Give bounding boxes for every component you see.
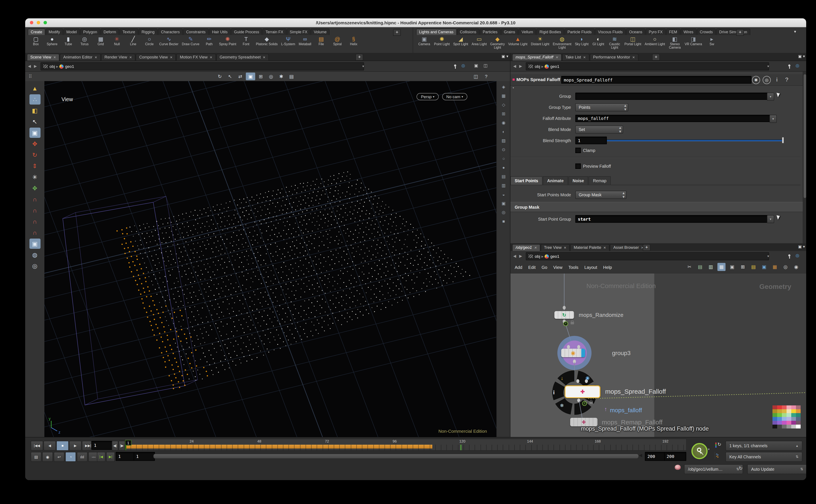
falloff-attr-dropdown-button[interactable]: ▾ bbox=[769, 115, 777, 123]
display-option-icon[interactable]: ◎ bbox=[499, 208, 508, 216]
pin-icon[interactable] bbox=[787, 64, 791, 69]
playbar-option-icon[interactable]: ↩ bbox=[54, 452, 64, 462]
rail-tool[interactable]: ∩ bbox=[29, 194, 40, 204]
group-field[interactable] bbox=[575, 93, 771, 100]
shelf-tool[interactable]: § Helix bbox=[345, 36, 362, 46]
key-options-chevron[interactable]: ▾ bbox=[708, 448, 710, 451]
playbar-option-icon[interactable]: ◔ bbox=[65, 452, 76, 462]
rail-tool[interactable]: ◎ bbox=[29, 261, 40, 271]
display-option-icon[interactable]: ● bbox=[499, 163, 508, 172]
rail-tool[interactable]: ✥ bbox=[29, 183, 40, 193]
add-pane-tab-button[interactable]: + bbox=[643, 244, 651, 251]
path-node[interactable]: geo1 bbox=[550, 64, 559, 69]
color-swatch[interactable] bbox=[796, 405, 801, 409]
shelf-tool[interactable]: ▭ Area Light bbox=[470, 36, 488, 46]
shelf-tab[interactable]: Collisions bbox=[457, 29, 479, 35]
shelf-tab[interactable]: Rigging bbox=[138, 29, 157, 35]
param-subtab[interactable]: Noise bbox=[568, 176, 588, 185]
channel-scope-icon[interactable]: ∿ ∿ bbox=[714, 452, 715, 460]
shelf-tab[interactable]: Hair Utils bbox=[209, 29, 230, 35]
display-option-icon[interactable]: ◈ bbox=[499, 83, 508, 91]
color-swatch[interactable] bbox=[782, 405, 787, 409]
node-mops-randomize[interactable]: ↻ bbox=[554, 311, 574, 319]
falloff-attribute-field[interactable]: mops_falloff bbox=[575, 115, 773, 122]
color-swatch[interactable] bbox=[791, 425, 796, 428]
display-option-icon[interactable]: ▣ bbox=[499, 199, 508, 207]
rail-tool[interactable]: ▲ bbox=[29, 83, 40, 93]
preview-falloff-checkbox[interactable] bbox=[575, 163, 581, 169]
color-swatch[interactable] bbox=[772, 409, 777, 413]
shelf-tab[interactable]: Rigid Bodies bbox=[536, 29, 564, 35]
color-swatch[interactable] bbox=[787, 405, 791, 409]
network-toolbar-icon[interactable]: ▣ bbox=[760, 263, 768, 271]
shelf-tool[interactable]: T Font bbox=[238, 36, 254, 46]
color-swatch[interactable] bbox=[787, 425, 791, 428]
shelf-tool[interactable]: ○ Ambient Light bbox=[643, 36, 667, 46]
color-swatch[interactable] bbox=[796, 425, 801, 428]
pane-tab[interactable]: Geometry Spreadsheet ✕ bbox=[216, 54, 269, 61]
network-editor[interactable]: Non-Commercial Edition Geometry i ❄ ↓ ◉ … bbox=[510, 274, 806, 437]
color-swatch[interactable] bbox=[791, 405, 796, 409]
shelf-tab[interactable]: Grains bbox=[501, 29, 518, 35]
path-node[interactable]: geo1 bbox=[550, 254, 559, 259]
radial-freeze-icon[interactable]: ❄ bbox=[560, 403, 564, 408]
display-option-icon[interactable]: ⊞ bbox=[499, 110, 508, 118]
color-swatch[interactable] bbox=[777, 425, 782, 428]
recook-icon[interactable]: ↻ bbox=[739, 466, 743, 471]
display-option-icon[interactable]: ◇ bbox=[499, 101, 508, 109]
display-option-icon[interactable]: ◒ bbox=[499, 190, 508, 198]
network-toolbar-icon[interactable]: ▥ bbox=[707, 263, 715, 271]
pane-tab[interactable]: Render View ✕ bbox=[101, 54, 136, 61]
pane-menu-icon[interactable]: ▾ bbox=[506, 54, 508, 58]
follow-network-icon[interactable]: ◎ bbox=[796, 63, 799, 68]
shelf-tab[interactable]: Characters bbox=[158, 29, 183, 35]
shelf-tool[interactable]: ✎ Draw Curve bbox=[180, 36, 201, 46]
rail-tool[interactable]: ⇕ bbox=[29, 161, 40, 171]
color-swatch[interactable] bbox=[782, 409, 787, 413]
pane-maximize-icon[interactable]: ▣ bbox=[798, 245, 802, 249]
shelf-tool[interactable]: ✏ Path bbox=[201, 36, 217, 46]
network-toolbar-icon[interactable]: ▦ bbox=[717, 263, 726, 271]
color-swatch[interactable] bbox=[782, 425, 787, 428]
substep-button[interactable]: ◀| bbox=[112, 441, 118, 451]
add-pane-tab-button[interactable]: + bbox=[652, 54, 660, 61]
viewport-right-icon[interactable]: ? bbox=[481, 73, 491, 80]
node-mops-remap-falloff[interactable]: ✚ bbox=[570, 418, 597, 426]
param-subtab[interactable]: Animate bbox=[543, 176, 568, 185]
path-chevron-icon[interactable]: ▾ bbox=[362, 64, 364, 68]
network-toolbar-icon[interactable]: ⊞ bbox=[739, 263, 747, 271]
shelf-tab[interactable]: Drive Simulation bbox=[716, 29, 750, 35]
param-subtab[interactable]: Remap bbox=[589, 176, 611, 185]
node-label[interactable]: mops_Remap_Falloff bbox=[602, 418, 663, 426]
pane-tab[interactable]: Animation Editor ✕ bbox=[60, 54, 101, 61]
shelf-tool[interactable]: ◆ Platonic Solids bbox=[254, 36, 279, 46]
shelf-tool[interactable]: Ψ L-System bbox=[279, 36, 297, 46]
shelf-tool[interactable]: ▮ Tube bbox=[60, 36, 76, 46]
shelf-tool[interactable]: ▣ Camera bbox=[416, 36, 432, 46]
menu-item[interactable]: Go bbox=[542, 265, 547, 270]
shelf-tool[interactable]: ✺ Point Light bbox=[432, 36, 452, 46]
cook-brain-icon[interactable] bbox=[675, 465, 681, 470]
substep-button[interactable]: |▶ bbox=[119, 441, 125, 451]
viewport-tool-icon[interactable]: ⊞ bbox=[256, 73, 265, 80]
pane-maximize-icon[interactable]: ▣ bbox=[501, 54, 505, 58]
shelf-tool[interactable]: ▤ File bbox=[313, 36, 329, 46]
blend-strength-field[interactable]: 1 bbox=[575, 137, 607, 144]
rail-tool[interactable]: ↖ bbox=[29, 117, 40, 127]
color-swatch[interactable] bbox=[796, 421, 801, 425]
nav-forward-icon[interactable]: ▶ bbox=[518, 254, 523, 258]
color-swatch[interactable] bbox=[772, 413, 777, 417]
pane-tab[interactable]: Take List ✕ bbox=[562, 54, 589, 61]
group-mask-section-header[interactable]: Group Mask bbox=[510, 202, 805, 212]
pane-tab[interactable]: Material Palette ✕ bbox=[570, 244, 609, 251]
range-bracket-button[interactable]: ▶| bbox=[106, 452, 115, 462]
network-toolbar-icon[interactable]: ✂ bbox=[685, 263, 694, 271]
rail-tool[interactable]: ▣ bbox=[29, 128, 40, 138]
pane-tab[interactable]: Asset Browser ✕ bbox=[610, 244, 647, 251]
shelf-tool[interactable]: @ Spiral bbox=[329, 36, 345, 46]
playbar-range[interactable] bbox=[125, 445, 433, 449]
node-mops-spread-falloff[interactable]: ✚ bbox=[565, 385, 600, 398]
node-label[interactable]: mops_Spread_Falloff bbox=[605, 388, 666, 395]
keys-info-box[interactable]: 1 keys, 1/1 channels ▲ bbox=[726, 441, 802, 451]
titlebar[interactable]: /Users/artjomszenevics/knitting.hipnc - … bbox=[25, 18, 806, 27]
